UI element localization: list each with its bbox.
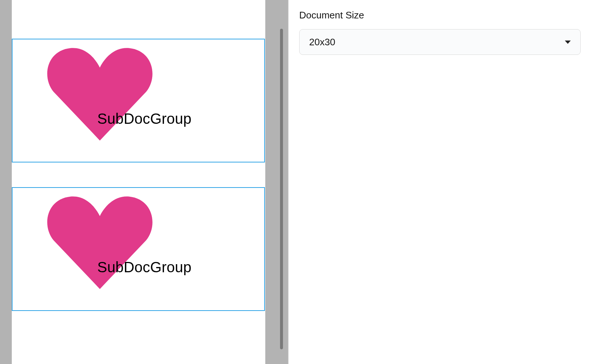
subdoc-label: SubDocGroup (97, 111, 192, 127)
vertical-scrollbar[interactable] (280, 29, 283, 349)
properties-pane: Document Size 20x30 (289, 0, 591, 364)
document-size-value: 20x30 (309, 36, 335, 48)
subdoc-label: SubDocGroup (97, 259, 192, 276)
subdoc-group-1[interactable]: SubDocGroup (12, 39, 265, 162)
app-root: SubDocGroup SubDocGroup Document Size 20… (0, 0, 591, 364)
document-size-select[interactable]: 20x30 (299, 29, 581, 55)
document-size-label: Document Size (299, 10, 581, 21)
canvas-pane: SubDocGroup SubDocGroup (0, 0, 288, 364)
chevron-down-icon (565, 41, 571, 44)
vertical-scroll-thumb[interactable] (280, 29, 283, 349)
subdoc-group-2[interactable]: SubDocGroup (12, 187, 265, 311)
heart-icon (39, 34, 161, 155)
canvas-scroll-area[interactable]: SubDocGroup SubDocGroup (0, 0, 277, 364)
document-canvas[interactable]: SubDocGroup SubDocGroup (12, 0, 265, 364)
heart-icon (39, 182, 161, 304)
